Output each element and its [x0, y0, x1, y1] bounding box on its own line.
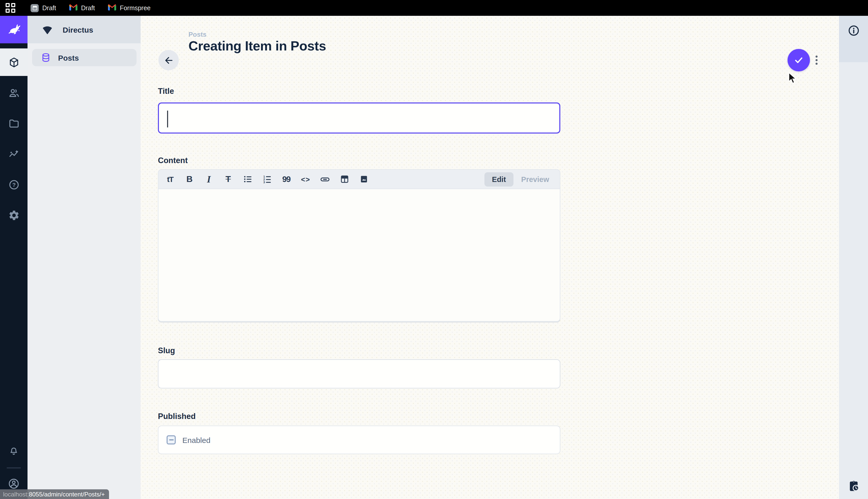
checkbox-label: Enabled	[183, 436, 210, 444]
blockquote-button[interactable]: 99	[279, 172, 293, 186]
title-input[interactable]	[158, 102, 560, 134]
numbered-list-button[interactable]: 123	[260, 172, 274, 186]
field-published: Published Enabled	[158, 412, 560, 454]
users-icon	[8, 87, 20, 99]
field-content: Content tT B I T 123 99 <>	[158, 156, 560, 321]
gear-icon	[8, 209, 20, 221]
field-label: Content	[158, 156, 560, 165]
calendar-icon: 31	[30, 4, 39, 12]
gmail-icon	[108, 4, 116, 12]
database-icon	[41, 52, 51, 63]
module-users[interactable]	[0, 79, 27, 107]
rabbit-icon	[6, 22, 21, 37]
bell-icon	[8, 445, 20, 456]
bold-button[interactable]: B	[183, 172, 197, 186]
more-options-button[interactable]	[813, 53, 820, 67]
tab-edit[interactable]: Edit	[485, 172, 514, 186]
bulleted-list-button[interactable]	[240, 172, 255, 186]
gmail-icon	[69, 4, 77, 12]
code-button[interactable]: <>	[299, 172, 313, 186]
arrow-left-icon	[163, 55, 174, 65]
right-sidebar-header	[839, 16, 868, 62]
breadcrumb[interactable]: Posts	[188, 31, 326, 39]
field-title: Title	[158, 87, 560, 134]
module-settings[interactable]	[0, 201, 27, 229]
directus-logo[interactable]	[0, 16, 27, 43]
slug-input[interactable]	[158, 359, 560, 388]
nav-sidebar: Directus Posts	[27, 16, 141, 499]
strikethrough-button[interactable]: T	[221, 172, 235, 186]
table-button[interactable]	[337, 172, 351, 186]
project-name: Directus	[63, 25, 93, 34]
editor-toolbar: tT B I T 123 99 <>	[158, 169, 560, 189]
app-window: 31 Draft Draft Formspree	[0, 0, 868, 499]
field-slug: Slug	[158, 346, 560, 388]
right-sidebar	[839, 16, 868, 499]
notifications-button[interactable]	[0, 437, 27, 464]
insights-icon	[8, 148, 20, 160]
numbered-list-icon: 123	[262, 174, 272, 184]
avatar-icon	[8, 478, 20, 490]
tab-preview[interactable]: Preview	[514, 172, 557, 186]
module-files[interactable]	[0, 110, 27, 137]
bookmark-label: Draft	[42, 4, 56, 11]
bookmark-draft-gmail[interactable]: Draft	[69, 4, 95, 12]
format-size-button[interactable]: tT	[163, 172, 177, 186]
box-icon	[8, 56, 20, 68]
status-url: 8055/admin/content/Posts/+	[29, 490, 105, 498]
image-icon	[359, 174, 368, 184]
table-icon	[340, 174, 349, 184]
project-switcher[interactable]: Directus	[27, 16, 141, 43]
image-button[interactable]	[356, 172, 371, 186]
clipboard-clock-icon	[847, 479, 860, 493]
module-help[interactable]: ?	[0, 171, 27, 198]
svg-text:?: ?	[12, 181, 15, 188]
save-button[interactable]	[788, 49, 810, 71]
sidebar-item-posts[interactable]: Posts	[32, 49, 137, 66]
link-button[interactable]	[318, 172, 332, 186]
content-editor-area[interactable]	[158, 189, 560, 321]
field-label: Slug	[158, 346, 560, 355]
text-caret	[167, 111, 168, 127]
check-icon	[793, 54, 804, 66]
app-grid-icon[interactable]	[5, 3, 15, 13]
bookmark-draft-calendar[interactable]: 31 Draft	[30, 4, 56, 12]
page-header: Posts Creating Item in Posts	[141, 16, 839, 53]
italic-button[interactable]: I	[202, 172, 216, 186]
bookmark-label: Draft	[81, 4, 95, 11]
revisions-button[interactable]	[839, 479, 868, 493]
sidebar-item-label: Posts	[58, 53, 79, 62]
status-url-bubble: localhost:8055/admin/content/Posts/+	[0, 489, 109, 499]
svg-text:3: 3	[263, 181, 265, 184]
module-bar-divider	[7, 467, 21, 468]
status-url-prefix: localhost:	[3, 490, 29, 498]
page-title: Creating Item in Posts	[188, 39, 326, 53]
indeterminate-icon	[169, 439, 174, 441]
published-checkbox[interactable]	[166, 435, 176, 445]
folder-icon	[8, 118, 20, 129]
bookmark-formspree[interactable]: Formspree	[108, 4, 151, 12]
module-bar: ?	[0, 16, 27, 499]
project-logo-icon	[41, 23, 54, 36]
bulleted-list-icon	[243, 174, 252, 184]
svg-text:31: 31	[33, 8, 36, 10]
link-icon	[320, 174, 330, 184]
field-label: Title	[158, 87, 560, 96]
browser-topbar: 31 Draft Draft Formspree	[0, 0, 868, 16]
field-label: Published	[158, 412, 560, 421]
published-toggle-box: Enabled	[158, 426, 560, 454]
module-insights[interactable]	[0, 140, 27, 168]
help-icon: ?	[8, 179, 20, 190]
info-button[interactable]	[847, 24, 859, 37]
back-button[interactable]	[159, 50, 179, 70]
item-form: Title Content tT B I T 123	[158, 53, 560, 454]
module-content[interactable]	[0, 48, 27, 76]
info-icon	[847, 24, 859, 37]
bookmark-label: Formspree	[120, 4, 151, 11]
main-content: Posts Creating Item in Posts Title Conte…	[141, 16, 839, 499]
